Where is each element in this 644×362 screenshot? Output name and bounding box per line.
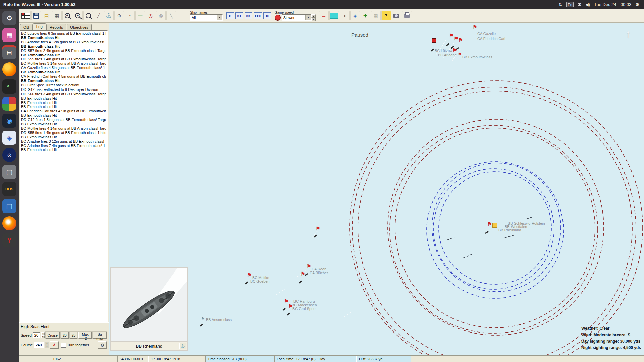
ship-flag-icon[interactable]: ⚑ [284, 299, 288, 304]
tab-objectives[interactable]: Objectives [67, 24, 92, 30]
dropdown-arrow-icon[interactable]: ▼ [217, 15, 222, 20]
tab-ob[interactable]: OB [20, 24, 33, 30]
speed-input[interactable]: 20 [33, 332, 40, 338]
time-of-day-button[interactable]: ◑ [340, 11, 350, 20]
turn-together-checkbox[interactable] [61, 343, 66, 348]
ship-flag-icon[interactable]: ⚑ [458, 38, 463, 42]
ship-flag-icon[interactable]: ⚑ [316, 226, 320, 231]
tab-reports[interactable]: Reports [46, 24, 66, 30]
divider-button[interactable]: ◈ [350, 11, 360, 20]
dock-dosbox[interactable]: DOS [2, 182, 16, 196]
advance-button[interactable]: → [319, 11, 329, 20]
log-line: BB Exmouth-class Hit [21, 79, 106, 83]
zoom-select-button[interactable] [83, 11, 93, 20]
printer-icon [404, 14, 410, 18]
ship-flag-icon[interactable]: ⚑ [307, 264, 311, 269]
course-input[interactable]: 240 [34, 342, 44, 348]
orders-icon: ▦ [55, 13, 59, 18]
keyboard-indicator-icon[interactable]: ⇅ [558, 2, 562, 7]
enemy-sighting-icon[interactable]: ⚑ [201, 316, 205, 321]
set-course-button[interactable]: ➤ [50, 341, 59, 349]
dock-text-editor[interactable]: ▤ [2, 199, 16, 213]
dropdown-arrow-icon[interactable]: ▼ [305, 15, 311, 20]
formation-gear-button[interactable]: ⚙ [98, 341, 107, 349]
red-marker-button[interactable]: ◎ [146, 11, 155, 20]
dock-media-player[interactable]: ◉ [2, 114, 16, 128]
battle-log[interactable]: BC Lützow fires 6 3in guns at BB Exmouth… [20, 30, 108, 322]
keyboard-layout-indicator[interactable]: En [566, 2, 573, 7]
dock-firefox[interactable] [2, 62, 16, 76]
speed-20-button[interactable]: 20 [61, 332, 69, 339]
ship-flag-icon[interactable]: ⚑ [473, 25, 477, 29]
smoke-toggle-button[interactable]: — [135, 11, 145, 20]
anchor-button[interactable]: ⚓ [179, 343, 186, 349]
ship-flag-icon[interactable]: ⚑ [247, 273, 251, 277]
dock-remote-viewer[interactable]: ▢ [2, 165, 16, 179]
mail-icon[interactable]: ✉ [578, 2, 581, 7]
ship-flag-icon[interactable]: ⚑ [449, 33, 453, 38]
print-button[interactable] [402, 11, 412, 20]
ruler-button[interactable]: ╱ [94, 11, 103, 20]
sea-swatch-button[interactable] [329, 11, 339, 20]
game-speed-select[interactable]: Slower ▼ [282, 14, 311, 21]
fast-forward-button[interactable]: ▶▶ [245, 12, 252, 19]
help-button[interactable]: ? [381, 11, 391, 20]
dotted-line-button[interactable]: ···· [177, 11, 186, 20]
plot-button[interactable]: ✚ [361, 11, 370, 20]
inset-title-bar: BB Rheinland ⚓ [111, 342, 187, 350]
pen-line-icon: ╲ [170, 13, 172, 18]
selected-ship-marker[interactable] [492, 223, 497, 228]
course-stepper[interactable]: ▲▼ [45, 342, 49, 348]
nation-flag-button[interactable] [21, 11, 31, 20]
battle-map[interactable]: Paused ↑ ⚑ ⚑ ⚑ ⚑ ⚑ ⚑ ⚑ ⚑ ⚑ ⚑ ⚑ ⚑ ⚑ ⚑ CA … [109, 23, 644, 355]
range-rings-icon: ⊕ [117, 13, 121, 18]
sq-max-button[interactable]: Sq max [93, 332, 107, 339]
ship-flag-icon[interactable]: ⚑ [458, 52, 461, 56]
ship-names-select[interactable]: All ▼ [190, 14, 223, 21]
cruise-button[interactable]: Cruise [46, 332, 60, 339]
speed-label: Speed [21, 333, 32, 337]
zoom-in-button[interactable]: + [62, 11, 72, 20]
dock-app-grid[interactable]: ▦ [2, 28, 16, 42]
ship-flag-icon[interactable]: ⚑ [487, 222, 492, 226]
tray-time[interactable]: 00:03 [621, 2, 632, 7]
pause-button[interactable]: ▮▮ [263, 12, 271, 19]
dock-archive-manager[interactable]: ▤ [2, 45, 16, 59]
dock-wine[interactable]: Y [2, 233, 16, 247]
play-button[interactable]: ▶ [226, 12, 234, 19]
ship-flag-icon[interactable]: ⚑ [454, 36, 458, 41]
archive-icon: ▤ [7, 49, 12, 56]
dock-terminal[interactable]: >_ [2, 79, 16, 94]
zoom-out-button[interactable]: − [73, 11, 83, 20]
dock-virtualbox[interactable]: ◈ [2, 131, 16, 145]
session-gear-icon[interactable]: ⚙ [635, 2, 639, 7]
step-button[interactable]: ▶▮ [235, 12, 243, 19]
speed-25-button[interactable]: 25 [70, 332, 78, 339]
flagship-marker[interactable] [432, 38, 436, 43]
tab-log[interactable]: Log [33, 23, 46, 30]
orders-button[interactable]: ▦ [52, 11, 62, 20]
speed-stepper[interactable]: ▲▼ [41, 332, 45, 338]
ship-flag-icon[interactable]: ⚑ [452, 48, 457, 53]
max-minus2-button[interactable]: Max -2 [78, 332, 92, 339]
red-arrow-icon: → [321, 12, 327, 19]
gray-marker-button[interactable]: ◎ [156, 11, 166, 20]
dock-graphics-app[interactable] [2, 97, 16, 111]
clock-button[interactable]: ◔ [125, 11, 135, 20]
dock-web-browser[interactable] [2, 216, 16, 230]
anchor-button[interactable]: ⚓ [104, 11, 114, 20]
pen-tool-button[interactable]: ╲ [166, 11, 176, 20]
volume-icon[interactable]: ◀) [585, 2, 590, 7]
dock-settings[interactable]: ⚙ [2, 11, 16, 25]
weather-line: Wind: Moderate breeze S [581, 332, 644, 338]
tray-date[interactable]: Tue Dec 24 [594, 2, 616, 7]
log-book-button[interactable]: ▤ [42, 11, 51, 20]
range-rings-button[interactable]: ⊕ [114, 11, 124, 20]
dock-password-manager[interactable]: ⊙ [2, 148, 16, 162]
camera-button[interactable] [392, 11, 401, 20]
ship-flag-icon[interactable]: ⚑ [301, 272, 305, 276]
skip-button[interactable]: ▶▶▮ [254, 12, 262, 19]
save-button[interactable] [31, 11, 41, 20]
game-speed-stepper[interactable]: ▲▼ [311, 14, 316, 21]
log-line: BC Ariadne fires 4 12in guns at BB Exmou… [21, 40, 106, 44]
